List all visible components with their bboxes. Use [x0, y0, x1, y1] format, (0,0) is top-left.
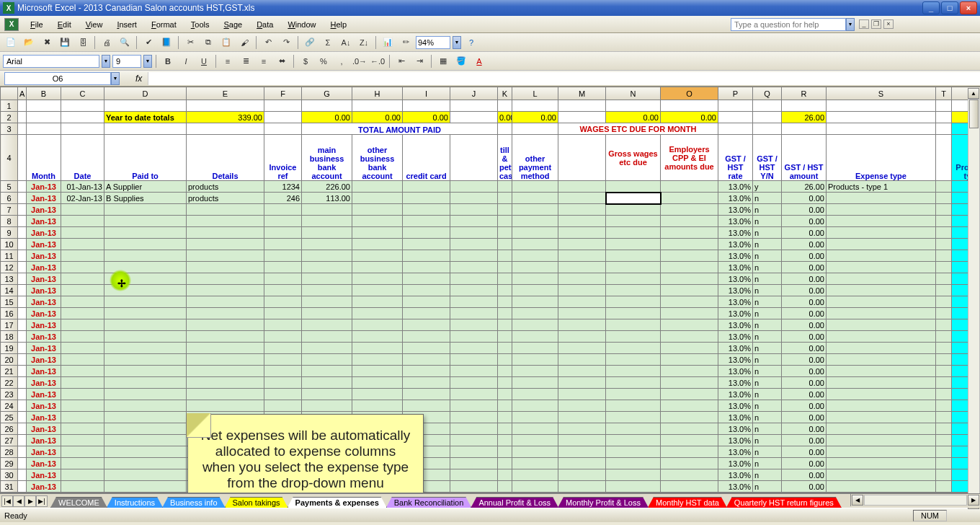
cell[interactable] — [498, 273, 512, 285]
cell[interactable] — [661, 250, 718, 262]
decrease-decimal-icon[interactable]: ←.0 — [370, 53, 386, 69]
cell[interactable] — [264, 227, 302, 239]
cell[interactable]: 0.00 — [782, 400, 827, 412]
row-header[interactable]: 30 — [1, 469, 18, 481]
chart-wizard-icon[interactable]: 📊 — [380, 35, 396, 50]
font-color-icon[interactable]: A — [471, 53, 487, 69]
cell[interactable] — [352, 343, 403, 354]
scroll-up-icon[interactable]: ▲ — [968, 88, 979, 99]
drawing-icon[interactable]: ✏ — [398, 35, 414, 50]
cell[interactable] — [661, 204, 718, 216]
cell[interactable] — [558, 446, 606, 458]
cell[interactable] — [187, 273, 264, 285]
cell[interactable]: 0.00 — [782, 354, 827, 366]
cell[interactable]: 13.0% — [718, 239, 753, 250]
cell[interactable] — [61, 308, 104, 319]
row-header[interactable]: 4 — [1, 135, 18, 181]
cell[interactable] — [498, 423, 512, 435]
cell[interactable]: n — [753, 343, 782, 354]
cell[interactable]: n — [753, 308, 782, 319]
align-left-icon[interactable]: ≡ — [220, 53, 236, 69]
menu-window[interactable]: Window — [280, 17, 323, 32]
cell[interactable] — [61, 123, 104, 135]
cell[interactable] — [661, 296, 718, 308]
cell[interactable] — [606, 262, 661, 273]
cell[interactable] — [512, 343, 558, 354]
wages-due-header[interactable]: WAGES ETC DUE FOR MONTH — [558, 123, 718, 135]
close-doc-icon[interactable]: ✖ — [39, 35, 55, 50]
cell[interactable] — [61, 239, 104, 250]
cell[interactable]: 0.00 — [403, 112, 450, 123]
help-icon[interactable]: ? — [463, 35, 479, 50]
cell[interactable] — [558, 412, 606, 423]
cell[interactable]: y — [753, 181, 782, 193]
row-header[interactable]: 19 — [1, 343, 18, 354]
cell[interactable]: 26.00 — [782, 181, 827, 193]
cell[interactable] — [104, 296, 187, 308]
tab-first-icon[interactable]: |◀ — [1, 495, 13, 507]
cell[interactable] — [936, 262, 952, 273]
cell[interactable] — [104, 204, 187, 216]
cell[interactable] — [558, 181, 606, 193]
row-header[interactable]: 21 — [1, 366, 18, 377]
row-header[interactable]: 5 — [1, 181, 18, 193]
cell[interactable] — [558, 331, 606, 343]
cell[interactable] — [104, 423, 187, 435]
cell[interactable] — [450, 100, 498, 112]
row-header[interactable]: 7 — [1, 204, 18, 216]
cell[interactable] — [661, 262, 718, 273]
col-header-E[interactable]: E — [187, 87, 264, 100]
cell[interactable] — [27, 123, 61, 135]
increase-decimal-icon[interactable]: .0→ — [352, 53, 368, 69]
cell[interactable]: Jan-13 — [27, 308, 61, 319]
cell[interactable] — [18, 285, 27, 296]
cell[interactable]: n — [753, 400, 782, 412]
cell[interactable]: Month — [27, 135, 61, 181]
row-header[interactable]: 25 — [1, 412, 18, 423]
cell[interactable] — [18, 446, 27, 458]
cell[interactable] — [18, 366, 27, 377]
cell[interactable]: 0.00 — [782, 423, 827, 435]
cell[interactable] — [302, 100, 352, 112]
increase-indent-icon[interactable]: ⇥ — [411, 53, 427, 69]
cell[interactable] — [512, 469, 558, 481]
cell[interactable] — [104, 319, 187, 331]
cell[interactable] — [450, 112, 498, 123]
cell[interactable] — [27, 100, 61, 112]
cell[interactable] — [403, 331, 450, 343]
cell[interactable] — [827, 112, 936, 123]
cell[interactable]: n — [753, 193, 782, 204]
main-acct-header[interactable]: main business bank account — [302, 135, 352, 181]
cell[interactable] — [403, 377, 450, 389]
cell[interactable] — [512, 239, 558, 250]
sheet-tab-business-info[interactable]: Business info — [162, 497, 225, 508]
percent-icon[interactable]: % — [316, 53, 331, 69]
hyperlink-icon[interactable]: 🔗 — [302, 35, 318, 50]
cell[interactable] — [104, 250, 187, 262]
sheet-tab-monthly-hst-data[interactable]: Monthly HST data — [648, 497, 727, 508]
cell[interactable] — [936, 435, 952, 446]
cell[interactable] — [512, 250, 558, 262]
sort-asc-icon[interactable]: A↓ — [338, 35, 354, 50]
cell[interactable]: 0.00 — [782, 458, 827, 469]
cell[interactable] — [61, 469, 104, 481]
cell[interactable] — [450, 354, 498, 366]
cell[interactable]: Jan-13 — [27, 262, 61, 273]
cell[interactable] — [187, 308, 264, 319]
cell[interactable] — [187, 400, 264, 412]
cell[interactable]: 13.0% — [718, 216, 753, 227]
cell[interactable] — [558, 100, 606, 112]
cell[interactable] — [606, 481, 661, 493]
cell[interactable] — [827, 100, 936, 112]
cell[interactable] — [187, 343, 264, 354]
font-size-dropdown[interactable]: ▼ — [143, 55, 152, 68]
cell[interactable] — [187, 389, 264, 400]
horizontal-scrollbar[interactable]: ◀ ▶ — [850, 494, 980, 506]
cell[interactable] — [498, 400, 512, 412]
cell[interactable] — [403, 343, 450, 354]
cell[interactable] — [18, 319, 27, 331]
cell[interactable] — [104, 389, 187, 400]
col-header-B[interactable]: B — [27, 87, 61, 100]
spreadsheet-grid[interactable]: ABCDEFGHIJKLMNOPQRSTUVW 12Year to date t… — [0, 87, 980, 493]
cell[interactable] — [104, 400, 187, 412]
